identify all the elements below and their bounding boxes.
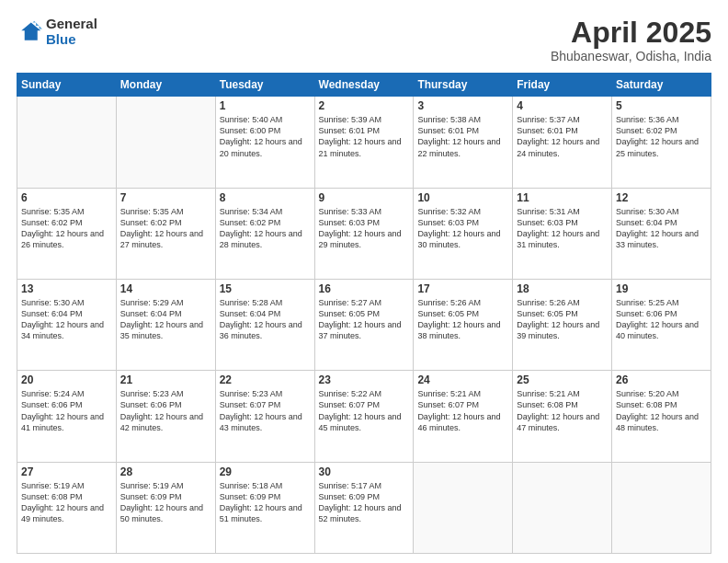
calendar-cell: 5Sunrise: 5:36 AM Sunset: 6:02 PM Daylig… xyxy=(612,97,711,188)
day-info: Sunrise: 5:22 AM Sunset: 6:07 PM Dayligh… xyxy=(319,388,410,433)
day-info: Sunrise: 5:26 AM Sunset: 6:05 PM Dayligh… xyxy=(417,297,508,342)
weekday-header: Saturday xyxy=(612,74,711,97)
calendar-cell: 30Sunrise: 5:17 AM Sunset: 6:09 PM Dayli… xyxy=(314,462,414,553)
day-number: 19 xyxy=(616,282,707,295)
day-number: 20 xyxy=(21,373,112,386)
logo: General Blue xyxy=(17,17,97,47)
day-number: 17 xyxy=(417,282,508,295)
day-info: Sunrise: 5:33 AM Sunset: 6:03 PM Dayligh… xyxy=(319,206,410,251)
calendar-cell: 14Sunrise: 5:29 AM Sunset: 6:04 PM Dayli… xyxy=(116,279,215,370)
day-number: 2 xyxy=(319,99,410,112)
calendar-cell: 23Sunrise: 5:22 AM Sunset: 6:07 PM Dayli… xyxy=(314,371,414,462)
day-info: Sunrise: 5:25 AM Sunset: 6:06 PM Dayligh… xyxy=(616,297,707,342)
calendar-cell xyxy=(414,462,513,553)
day-info: Sunrise: 5:19 AM Sunset: 6:09 PM Dayligh… xyxy=(120,480,211,525)
logo-general: General xyxy=(46,17,97,32)
calendar-week-row: 20Sunrise: 5:24 AM Sunset: 6:06 PM Dayli… xyxy=(17,371,711,462)
day-number: 22 xyxy=(220,373,311,386)
calendar-week-row: 6Sunrise: 5:35 AM Sunset: 6:02 PM Daylig… xyxy=(17,188,711,279)
calendar-week-row: 1Sunrise: 5:40 AM Sunset: 6:00 PM Daylig… xyxy=(17,97,711,188)
calendar-cell xyxy=(17,97,117,188)
day-number: 14 xyxy=(120,282,211,295)
day-info: Sunrise: 5:40 AM Sunset: 6:00 PM Dayligh… xyxy=(220,114,311,159)
title-area: April 2025 Bhubaneswar, Odisha, India xyxy=(551,17,711,63)
calendar-cell: 27Sunrise: 5:19 AM Sunset: 6:08 PM Dayli… xyxy=(17,462,117,553)
day-number: 26 xyxy=(616,373,707,386)
calendar-cell: 11Sunrise: 5:31 AM Sunset: 6:03 PM Dayli… xyxy=(513,188,612,279)
day-number: 7 xyxy=(120,191,211,204)
day-number: 16 xyxy=(319,282,410,295)
day-number: 23 xyxy=(319,373,410,386)
calendar-header-row: SundayMondayTuesdayWednesdayThursdayFrid… xyxy=(17,74,711,97)
day-info: Sunrise: 5:39 AM Sunset: 6:01 PM Dayligh… xyxy=(319,114,410,159)
day-number: 6 xyxy=(21,191,112,204)
day-number: 15 xyxy=(220,282,311,295)
calendar-cell: 3Sunrise: 5:38 AM Sunset: 6:01 PM Daylig… xyxy=(414,97,513,188)
day-number: 12 xyxy=(616,191,707,204)
day-info: Sunrise: 5:36 AM Sunset: 6:02 PM Dayligh… xyxy=(616,114,707,159)
day-info: Sunrise: 5:35 AM Sunset: 6:02 PM Dayligh… xyxy=(21,206,112,251)
weekday-header: Friday xyxy=(513,74,612,97)
day-number: 5 xyxy=(616,99,707,112)
calendar-cell xyxy=(612,462,711,553)
calendar-cell: 17Sunrise: 5:26 AM Sunset: 6:05 PM Dayli… xyxy=(414,279,513,370)
header: General Blue April 2025 Bhubaneswar, Odi… xyxy=(17,17,711,63)
day-info: Sunrise: 5:23 AM Sunset: 6:07 PM Dayligh… xyxy=(220,388,311,433)
page: General Blue April 2025 Bhubaneswar, Odi… xyxy=(0,0,728,563)
day-number: 18 xyxy=(517,282,608,295)
day-number: 13 xyxy=(21,282,112,295)
day-info: Sunrise: 5:28 AM Sunset: 6:04 PM Dayligh… xyxy=(220,297,311,342)
calendar-week-row: 27Sunrise: 5:19 AM Sunset: 6:08 PM Dayli… xyxy=(17,462,711,553)
calendar-cell: 4Sunrise: 5:37 AM Sunset: 6:01 PM Daylig… xyxy=(513,97,612,188)
day-number: 27 xyxy=(21,465,112,478)
calendar-cell: 26Sunrise: 5:20 AM Sunset: 6:08 PM Dayli… xyxy=(612,371,711,462)
day-info: Sunrise: 5:18 AM Sunset: 6:09 PM Dayligh… xyxy=(220,480,311,525)
day-number: 25 xyxy=(517,373,608,386)
day-info: Sunrise: 5:35 AM Sunset: 6:02 PM Dayligh… xyxy=(120,206,211,251)
day-info: Sunrise: 5:34 AM Sunset: 6:02 PM Dayligh… xyxy=(220,206,311,251)
logo-blue: Blue xyxy=(46,32,97,48)
day-info: Sunrise: 5:26 AM Sunset: 6:05 PM Dayligh… xyxy=(517,297,608,342)
day-info: Sunrise: 5:21 AM Sunset: 6:07 PM Dayligh… xyxy=(417,388,508,433)
calendar-cell: 7Sunrise: 5:35 AM Sunset: 6:02 PM Daylig… xyxy=(116,188,215,279)
day-info: Sunrise: 5:17 AM Sunset: 6:09 PM Dayligh… xyxy=(319,480,410,525)
day-number: 8 xyxy=(220,191,311,204)
calendar-cell: 19Sunrise: 5:25 AM Sunset: 6:06 PM Dayli… xyxy=(612,279,711,370)
day-info: Sunrise: 5:31 AM Sunset: 6:03 PM Dayligh… xyxy=(517,206,608,251)
calendar-cell: 12Sunrise: 5:30 AM Sunset: 6:04 PM Dayli… xyxy=(612,188,711,279)
calendar-cell xyxy=(513,462,612,553)
logo-icon xyxy=(17,19,42,45)
calendar-cell: 16Sunrise: 5:27 AM Sunset: 6:05 PM Dayli… xyxy=(314,279,414,370)
calendar-cell: 8Sunrise: 5:34 AM Sunset: 6:02 PM Daylig… xyxy=(215,188,314,279)
calendar-cell: 15Sunrise: 5:28 AM Sunset: 6:04 PM Dayli… xyxy=(215,279,314,370)
logo-text: General Blue xyxy=(46,17,97,47)
day-info: Sunrise: 5:29 AM Sunset: 6:04 PM Dayligh… xyxy=(120,297,211,342)
day-info: Sunrise: 5:19 AM Sunset: 6:08 PM Dayligh… xyxy=(21,480,112,525)
calendar-cell: 9Sunrise: 5:33 AM Sunset: 6:03 PM Daylig… xyxy=(314,188,414,279)
subtitle: Bhubaneswar, Odisha, India xyxy=(551,49,711,63)
weekday-header: Monday xyxy=(116,74,215,97)
day-number: 9 xyxy=(319,191,410,204)
calendar-cell: 25Sunrise: 5:21 AM Sunset: 6:08 PM Dayli… xyxy=(513,371,612,462)
calendar-cell: 2Sunrise: 5:39 AM Sunset: 6:01 PM Daylig… xyxy=(314,97,414,188)
calendar-cell: 18Sunrise: 5:26 AM Sunset: 6:05 PM Dayli… xyxy=(513,279,612,370)
calendar-table: SundayMondayTuesdayWednesdayThursdayFrid… xyxy=(17,73,711,554)
calendar-cell: 28Sunrise: 5:19 AM Sunset: 6:09 PM Dayli… xyxy=(116,462,215,553)
calendar-cell: 24Sunrise: 5:21 AM Sunset: 6:07 PM Dayli… xyxy=(414,371,513,462)
day-info: Sunrise: 5:24 AM Sunset: 6:06 PM Dayligh… xyxy=(21,388,112,433)
calendar-cell: 20Sunrise: 5:24 AM Sunset: 6:06 PM Dayli… xyxy=(17,371,117,462)
day-number: 30 xyxy=(319,465,410,478)
day-number: 24 xyxy=(417,373,508,386)
main-title: April 2025 xyxy=(551,17,711,49)
calendar-cell: 22Sunrise: 5:23 AM Sunset: 6:07 PM Dayli… xyxy=(215,371,314,462)
calendar-cell: 6Sunrise: 5:35 AM Sunset: 6:02 PM Daylig… xyxy=(17,188,117,279)
day-info: Sunrise: 5:23 AM Sunset: 6:06 PM Dayligh… xyxy=(120,388,211,433)
day-info: Sunrise: 5:30 AM Sunset: 6:04 PM Dayligh… xyxy=(21,297,112,342)
day-info: Sunrise: 5:30 AM Sunset: 6:04 PM Dayligh… xyxy=(616,206,707,251)
day-number: 4 xyxy=(517,99,608,112)
calendar-cell: 1Sunrise: 5:40 AM Sunset: 6:00 PM Daylig… xyxy=(215,97,314,188)
weekday-header: Wednesday xyxy=(314,74,414,97)
day-info: Sunrise: 5:27 AM Sunset: 6:05 PM Dayligh… xyxy=(319,297,410,342)
calendar-week-row: 13Sunrise: 5:30 AM Sunset: 6:04 PM Dayli… xyxy=(17,279,711,370)
calendar-cell: 29Sunrise: 5:18 AM Sunset: 6:09 PM Dayli… xyxy=(215,462,314,553)
